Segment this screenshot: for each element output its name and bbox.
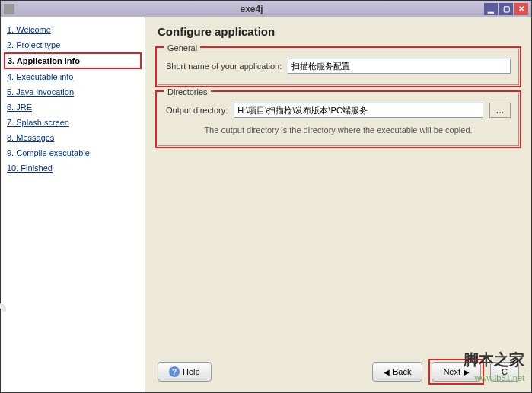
general-legend: General [164, 43, 200, 52]
minimize-button[interactable]: ▁ [484, 3, 498, 15]
step-application-info[interactable]: 3. Application info [4, 52, 142, 69]
titlebar: exe4j ▁ ▢ ✕ [1, 1, 531, 17]
next-label: Next [443, 367, 460, 376]
step-welcome[interactable]: 1. Welcome [4, 22, 142, 37]
cancel-button[interactable]: C [490, 362, 519, 382]
next-button[interactable]: Next ▶ [432, 362, 481, 382]
step-finished[interactable]: 10. Finished [4, 160, 142, 176]
help-label: Help [183, 367, 200, 376]
step-messages[interactable]: 8. Messages [4, 130, 142, 145]
next-arrow-icon: ▶ [464, 368, 470, 376]
window-title: exe4j [19, 4, 484, 14]
step-compile-executable[interactable]: 9. Compile executable [4, 145, 142, 160]
short-name-input[interactable] [288, 59, 511, 74]
brand-logo: exe4j [0, 303, 7, 386]
browse-button[interactable]: ... [489, 103, 511, 118]
general-fieldset: General Short name of your application: [158, 49, 519, 85]
wizard-footer: ? Help ◀ Back Next ▶ C [158, 351, 519, 385]
app-icon [4, 4, 14, 14]
output-dir-label: Output directory: [166, 106, 228, 115]
output-dir-input[interactable] [234, 103, 483, 118]
page-title: Configure application [158, 25, 519, 38]
step-splash-screen[interactable]: 7. Splash screen [4, 115, 142, 130]
step-jre[interactable]: 6. JRE [4, 100, 142, 115]
back-button[interactable]: ◀ Back [372, 362, 422, 382]
wizard-steps-sidebar: 1. Welcome 2. Project type 3. Applicatio… [1, 17, 145, 392]
directories-legend: Directories [164, 87, 211, 97]
step-java-invocation[interactable]: 5. Java invocation [4, 84, 142, 100]
output-dir-hint: The output directory is the directory wh… [166, 125, 511, 135]
back-label: Back [393, 367, 411, 376]
cancel-label: C [502, 367, 508, 376]
maximize-button[interactable]: ▢ [499, 3, 513, 15]
back-arrow-icon: ◀ [384, 368, 390, 376]
main-panel: Configure application General Short name… [145, 17, 531, 392]
directories-fieldset: Directories Output directory: ... The ou… [158, 93, 519, 146]
close-button[interactable]: ✕ [514, 3, 528, 15]
help-icon: ? [169, 366, 180, 377]
short-name-label: Short name of your application: [166, 62, 282, 71]
step-executable-info[interactable]: 4. Executable info [4, 69, 142, 84]
help-button[interactable]: ? Help [158, 362, 212, 382]
step-project-type[interactable]: 2. Project type [4, 37, 142, 52]
